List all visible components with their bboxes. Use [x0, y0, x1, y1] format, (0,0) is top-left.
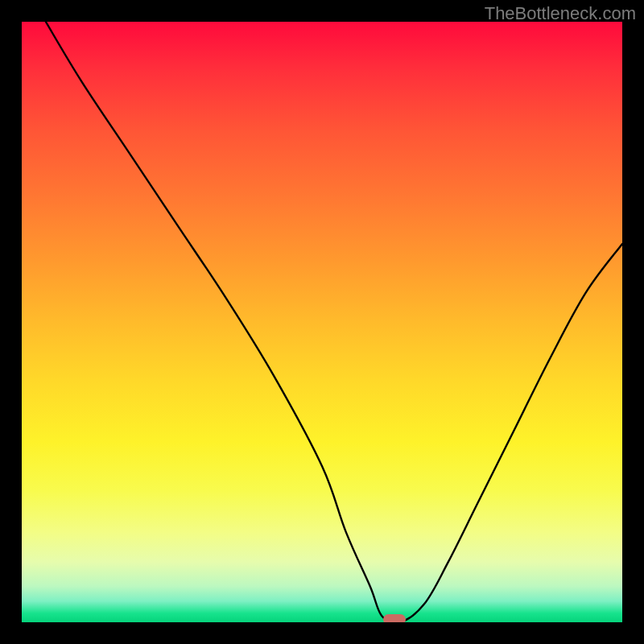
optimal-point-marker: [383, 614, 406, 622]
plot-area: [22, 22, 622, 622]
bottleneck-curve: [46, 22, 622, 622]
attribution-text: TheBottleneck.com: [485, 3, 636, 24]
curve-svg: [22, 22, 622, 622]
